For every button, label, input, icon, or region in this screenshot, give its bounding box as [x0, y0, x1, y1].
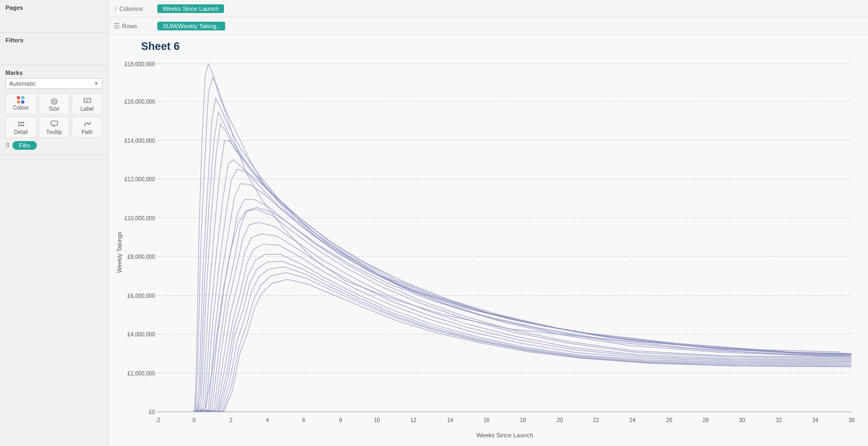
tooltip-icon — [50, 119, 59, 128]
marks-dropdown-value: Automatic — [9, 80, 36, 87]
svg-text:22: 22 — [593, 417, 599, 423]
svg-text:£4,000,000: £4,000,000 — [127, 332, 155, 337]
svg-point-0 — [52, 99, 57, 104]
tooltip-label: Tooltip — [46, 129, 62, 135]
svg-text:£8,000,000: £8,000,000 — [127, 254, 155, 260]
svg-text:£6,000,000: £6,000,000 — [127, 292, 155, 298]
svg-text:24: 24 — [629, 417, 636, 423]
svg-text:34: 34 — [812, 417, 819, 423]
film-pill-row: ⠿ Film — [5, 141, 103, 150]
svg-rect-13 — [158, 64, 852, 412]
columns-shelf-label: ⫶ Columns — [114, 5, 152, 12]
svg-text:6: 6 — [302, 417, 305, 423]
filters-section: Filters — [0, 33, 108, 65]
chart-area: Sheet 6 Weekly Takings — [108, 35, 868, 446]
svg-point-9 — [20, 125, 22, 126]
y-axis-label: Weekly Takings — [114, 58, 125, 446]
marks-detail-button[interactable]: Detail — [5, 117, 36, 138]
path-label: Path — [81, 129, 93, 135]
rows-icon: ☰ — [114, 22, 120, 30]
svg-point-7 — [22, 122, 24, 124]
svg-rect-2 — [84, 98, 91, 103]
detail-label: Detail — [14, 129, 28, 135]
svg-text:Weeks Since Launch: Weeks Since Launch — [476, 432, 533, 438]
marks-grid: Colour Size Label — [5, 93, 103, 138]
svg-rect-11 — [51, 121, 58, 125]
svg-text:£18,000,000: £18,000,000 — [125, 61, 155, 67]
svg-text:36: 36 — [848, 417, 855, 423]
svg-point-5 — [18, 122, 20, 124]
svg-text:£14,000,000: £14,000,000 — [125, 137, 155, 143]
svg-text:4: 4 — [266, 417, 269, 423]
svg-text:8: 8 — [339, 417, 342, 423]
svg-text:0: 0 — [193, 417, 196, 423]
marks-path-button[interactable]: Path — [72, 117, 103, 138]
svg-point-1 — [53, 100, 55, 103]
svg-marker-12 — [53, 125, 55, 127]
pages-section: Pages — [0, 0, 108, 33]
svg-text:30: 30 — [739, 417, 745, 423]
main-content: ⫶ Columns Weeks Since Launch ☰ Rows SUM(… — [108, 0, 868, 446]
left-panel: Pages Filters Marks Automatic ▼ Colour — [0, 0, 108, 446]
svg-text:-2: -2 — [155, 417, 160, 423]
svg-text:£10,000,000: £10,000,000 — [125, 215, 155, 221]
sheet-title: Sheet 6 — [141, 40, 863, 53]
chart-container: Weekly Takings — [114, 58, 863, 446]
filters-label: Filters — [5, 37, 103, 43]
marks-tooltip-button[interactable]: Tooltip — [39, 117, 69, 138]
colour-dots-icon — [17, 96, 25, 104]
svg-text:£16,000,000: £16,000,000 — [125, 99, 155, 105]
rows-shelf: ☰ Rows SUM(Weekly Taking.. — [108, 17, 868, 35]
marks-label: Marks — [5, 69, 103, 76]
colour-label: Colour — [13, 105, 29, 111]
svg-point-6 — [20, 122, 22, 124]
label-icon — [83, 96, 92, 105]
marks-label-button[interactable]: Label — [72, 93, 103, 114]
svg-text:32: 32 — [776, 417, 782, 423]
marks-colour-button[interactable]: Colour — [5, 93, 36, 114]
columns-pill[interactable]: Weeks Since Launch — [157, 4, 224, 13]
size-icon — [50, 96, 59, 105]
chevron-down-icon: ▼ — [94, 81, 99, 86]
svg-text:28: 28 — [703, 417, 709, 423]
label-label: Label — [80, 106, 93, 112]
svg-text:20: 20 — [557, 417, 563, 423]
svg-text:£2,000,000: £2,000,000 — [127, 370, 155, 376]
film-pill[interactable]: Film — [12, 141, 37, 150]
svg-text:26: 26 — [666, 417, 673, 423]
chart-inner: £0 £2,000,000 £4,000,000 £6,000,000 £8,0… — [125, 58, 863, 446]
svg-text:18: 18 — [520, 417, 526, 423]
size-label: Size — [49, 106, 59, 112]
svg-text:10: 10 — [374, 417, 380, 423]
columns-shelf: ⫶ Columns Weeks Since Launch — [108, 0, 868, 17]
marks-section: Marks Automatic ▼ Colour Size — [0, 65, 108, 155]
chart-svg: £0 £2,000,000 £4,000,000 £6,000,000 £8,0… — [125, 58, 863, 446]
svg-text:£12,000,000: £12,000,000 — [125, 176, 155, 182]
svg-text:16: 16 — [483, 417, 490, 423]
marks-dropdown[interactable]: Automatic ▼ — [5, 78, 103, 89]
marks-size-button[interactable]: Size — [39, 93, 69, 114]
svg-point-10 — [22, 125, 24, 126]
rows-pill[interactable]: SUM(Weekly Taking.. — [157, 22, 225, 30]
film-dots-icon: ⠿ — [5, 142, 10, 149]
svg-point-8 — [18, 125, 20, 126]
svg-text:14: 14 — [447, 417, 454, 423]
chart-plot: £0 £2,000,000 £4,000,000 £6,000,000 £8,0… — [125, 58, 863, 446]
svg-text:12: 12 — [410, 417, 417, 423]
svg-text:2: 2 — [229, 417, 233, 423]
svg-text:£0: £0 — [149, 409, 156, 415]
pages-label: Pages — [5, 4, 103, 11]
rows-shelf-label: ☰ Rows — [114, 22, 152, 30]
columns-icon: ⫶ — [114, 5, 117, 12]
path-icon — [83, 119, 92, 128]
detail-icon — [17, 119, 25, 128]
